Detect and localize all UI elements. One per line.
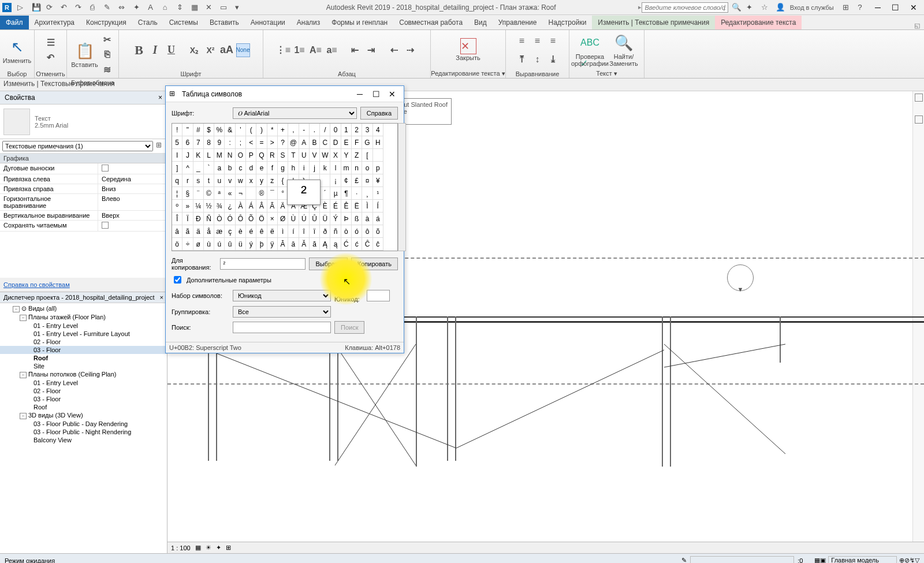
char-cell[interactable]: 1	[341, 124, 352, 136]
char-cell[interactable]: Ú	[299, 212, 310, 225]
close-icon[interactable]: ×	[158, 94, 162, 102]
status-icon[interactable]: ▦	[814, 557, 820, 563]
tree-root[interactable]: −⊙ Виды (all)	[0, 304, 167, 313]
char-cell[interactable]: º	[172, 200, 182, 212]
bullets-icon[interactable]: ⋮≡	[277, 43, 290, 57]
char-cell[interactable]: ô	[362, 225, 372, 238]
tree-item[interactable]: 02 - Floor	[0, 387, 167, 395]
copy-field[interactable]	[220, 258, 305, 270]
char-cell[interactable]: ú	[214, 238, 225, 251]
switch-win-icon[interactable]: ▭	[217, 1, 229, 14]
undo-icon[interactable]: ↶	[57, 1, 70, 14]
tree-item[interactable]: Roof	[0, 403, 167, 411]
char-cell[interactable]: y	[256, 174, 267, 187]
maximize-button[interactable]: ☐	[888, 1, 904, 14]
close-hidden-icon[interactable]: ✕	[202, 1, 215, 14]
char-cell[interactable]: b	[225, 162, 235, 174]
char-cell[interactable]: o	[362, 162, 372, 174]
char-cell[interactable]: .	[310, 124, 320, 136]
view-icon[interactable]: ⊞	[226, 544, 231, 551]
char-cell[interactable]: O	[236, 149, 246, 162]
alpha-upper-icon[interactable]: A≡	[309, 43, 323, 57]
compass-icon[interactable]: ▼	[727, 264, 754, 291]
close-button[interactable]: ✕	[906, 1, 922, 14]
superscript-icon[interactable]: X²	[204, 43, 218, 57]
char-cell[interactable]: Y	[341, 149, 352, 162]
tab-manage[interactable]: Управление	[493, 16, 543, 29]
char-cell[interactable]: ¿	[225, 200, 235, 212]
char-cell[interactable]	[246, 187, 256, 200]
char-cell[interactable]: ĉ	[373, 238, 383, 251]
measure-icon[interactable]: ✎	[100, 1, 113, 14]
char-cell[interactable]: ý	[246, 238, 256, 251]
char-cell[interactable]: ;	[236, 136, 246, 149]
align-top-icon[interactable]: ⤒	[515, 53, 529, 66]
tab-annot[interactable]: Аннотации	[245, 16, 291, 29]
char-cell[interactable]: è	[236, 225, 246, 238]
search-button[interactable]: Поиск	[334, 321, 364, 334]
redo-icon[interactable]: ↷	[72, 1, 84, 14]
tree-item[interactable]: 01 - Entry Level	[0, 322, 167, 330]
char-cell[interactable]: w	[236, 174, 246, 187]
char-cell[interactable]: å	[204, 225, 214, 238]
char-cell[interactable]: ½	[204, 200, 214, 212]
indent-inc-icon[interactable]: ⇥	[364, 43, 378, 57]
char-cell[interactable]: (	[246, 124, 256, 136]
char-cell[interactable]: s	[193, 174, 204, 187]
tab-massing[interactable]: Формы и генплан	[326, 16, 393, 29]
char-cell[interactable]: ë	[267, 225, 278, 238]
char-cell[interactable]: ¯	[267, 187, 278, 200]
view-icon[interactable]: ✦	[216, 544, 221, 551]
help-link[interactable]: Справка по свойствам	[3, 281, 70, 288]
char-cell[interactable]: f	[267, 162, 278, 174]
tree-3d-views[interactable]: −3D виды (3D View)	[0, 411, 167, 420]
char-cell[interactable]: ç	[225, 225, 235, 238]
char-cell[interactable]: @	[288, 136, 299, 149]
status-icon[interactable]: ✎	[681, 557, 687, 563]
status-combo[interactable]	[690, 556, 794, 564]
user-icon[interactable]: 👤	[772, 1, 785, 14]
char-cell[interactable]: 5	[172, 136, 182, 149]
char-cell[interactable]: 9	[214, 136, 225, 149]
scrollbar[interactable]	[398, 123, 406, 251]
char-cell[interactable]: F	[352, 136, 362, 149]
char-cell[interactable]: d	[246, 162, 256, 174]
char-cell[interactable]: $	[204, 124, 214, 136]
char-cell[interactable]: Ñ	[204, 212, 214, 225]
char-cell[interactable]: ?	[278, 136, 288, 149]
view-icon[interactable]: ▦	[195, 544, 201, 551]
tab-edit-text[interactable]: Редактирование текста	[715, 16, 802, 29]
sync-icon[interactable]: ⟳	[43, 1, 55, 14]
char-cell[interactable]: ]	[172, 162, 182, 174]
search-input[interactable]	[642, 2, 728, 13]
font-select[interactable]: 𝑂 ArialArial	[233, 107, 357, 119]
cube-icon[interactable]	[915, 115, 923, 124]
char-cell[interactable]: K	[193, 149, 204, 162]
char-cell[interactable]: T	[288, 149, 299, 162]
char-cell[interactable]: Ð	[193, 212, 204, 225]
char-cell[interactable]: #	[193, 124, 204, 136]
minimize-button[interactable]: ─	[870, 1, 886, 14]
char-cell[interactable]: B	[310, 136, 320, 149]
char-cell[interactable]: í	[288, 225, 299, 238]
tree-item[interactable]: 03 - Floor	[0, 395, 167, 403]
search-icon[interactable]: 🔍	[728, 1, 741, 14]
char-cell[interactable]: ã	[182, 225, 193, 238]
char-cell[interactable]: Ą	[320, 238, 330, 251]
char-cell[interactable]: r	[182, 174, 193, 187]
char-cell[interactable]: C	[320, 136, 330, 149]
char-cell[interactable]: D	[330, 136, 341, 149]
match-icon[interactable]: ≋	[100, 62, 114, 76]
char-cell[interactable]: Ü	[320, 212, 330, 225]
char-cell[interactable]: Ã	[267, 200, 278, 212]
char-cell[interactable]: ©	[204, 187, 214, 200]
prop-icon[interactable]: ☰	[44, 36, 58, 50]
align-center-icon[interactable]: ≡	[531, 34, 545, 48]
char-cell[interactable]: ×	[267, 212, 278, 225]
char-cell[interactable]: V	[310, 149, 320, 162]
char-cell[interactable]: ¨	[193, 187, 204, 200]
char-cell[interactable]: Ì	[362, 200, 372, 212]
char-cell[interactable]: Ï	[182, 212, 193, 225]
character-grid[interactable]: !"#$%&'()*+,-./0123456789:;<=>?@ABCDEFGH…	[172, 123, 398, 251]
char-cell[interactable]: j	[310, 162, 320, 174]
